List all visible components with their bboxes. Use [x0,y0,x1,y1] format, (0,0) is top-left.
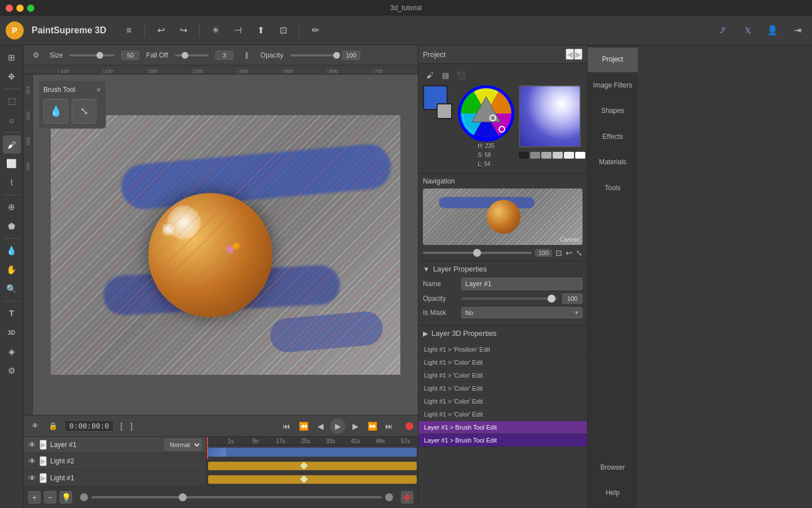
tab-browser[interactable]: Browser [588,456,638,480]
bracket-close[interactable]: ] [129,422,134,431]
history-item[interactable]: Light #1 > 'Color' Edit [418,356,587,369]
tool-fill[interactable]: ⬟ [3,217,21,235]
layer-opacity-slider[interactable] [461,297,558,300]
brush-panel-close-button[interactable]: × [96,85,101,94]
brush2-button[interactable]: ✏ [306,21,324,40]
twitter-button[interactable]: 𝕏 [739,21,757,40]
add-layer-button[interactable]: + [28,491,41,503]
color-swatch-lightgray[interactable] [541,152,551,159]
skip-end-button[interactable]: ⏭ [382,419,396,433]
track-row-light1[interactable] [207,473,418,487]
logout-button[interactable]: ⇥ [788,21,806,40]
tool-3d[interactable]: 3D [3,323,21,341]
layer-props-collapse[interactable]: ▼ [423,265,430,273]
size-slider[interactable] [69,54,114,56]
maximize-button[interactable] [27,5,34,12]
tool-select-rect[interactable]: ⬚ [3,92,21,110]
history-item[interactable]: Light #1 > 'Color' Edit [418,395,587,408]
tool-stamp[interactable]: ⊕ [3,198,21,216]
tool-grid[interactable]: ⊞ [3,49,21,67]
color-swatch-pure-white[interactable] [575,152,585,159]
tool-fx[interactable]: ⚙ [3,362,21,380]
tool-smudge[interactable]: ⌇ [3,174,21,192]
flip-button[interactable]: ⊣ [229,21,247,40]
opacity-slider[interactable] [290,54,336,56]
color-wheel[interactable] [458,85,514,142]
nav-zoom-slider[interactable] [423,252,532,254]
undo-button[interactable]: ↩ [152,21,170,40]
lock-button[interactable]: 🔒 [46,419,60,433]
time-display[interactable]: 0:00:00:0 [64,420,114,432]
tool-zoom[interactable]: 🔍 [3,280,21,298]
layer-visibility-eye[interactable]: 👁 [28,457,36,466]
color-pattern-icon[interactable]: ⬛ [454,68,468,82]
tab-project[interactable]: Project [588,47,638,72]
export-button[interactable]: ⬆ [251,21,270,40]
nav-undo-button[interactable]: ↩ [566,248,572,257]
brush-type-btn-1[interactable]: 💧 [43,99,68,124]
history-item-current[interactable]: Layer #1 > Brush Tool Edit [418,434,587,447]
next-frame-button[interactable]: ⏩ [365,419,379,433]
history-item-active[interactable]: Layer #1 > Brush Tool Edit [418,421,587,434]
canvas-image[interactable] [51,115,400,375]
color-paint-icon[interactable]: 🖌 [423,68,436,82]
secondary-color-swatch[interactable] [436,103,452,119]
tool-move[interactable]: ✥ [3,68,21,86]
play-button[interactable]: ▶ [330,418,346,434]
tool-3d-obj[interactable]: ◈ [3,343,21,361]
falloff-slider[interactable] [175,54,209,56]
layer-visibility-eye[interactable]: 👁 [28,474,36,483]
tab-materials[interactable]: Materials [588,150,638,175]
track-row-light2[interactable] [207,459,418,473]
navigation-preview[interactable]: Canvas [423,189,582,245]
tab-tools[interactable]: Tools [588,176,638,201]
color-swatch-white[interactable] [564,152,574,159]
color-swatch-black[interactable] [519,152,529,159]
color-gradient-picker[interactable] [519,85,581,147]
tool-erase[interactable]: ⬜ [3,155,21,173]
layer-blend-mode-select[interactable]: Normal [165,439,202,450]
color-gradient-icon[interactable]: ▤ [439,68,452,82]
bracket-open[interactable]: [ [118,422,124,431]
eye-toggle-button[interactable]: 👁 [28,419,42,433]
layer-expand-btn[interactable]: ▶ [39,456,47,466]
history-item[interactable]: Light #1 > 'Color' Edit [418,408,587,421]
layer-name-input[interactable] [461,278,582,290]
history-item[interactable]: Light #1 > 'Color' Edit [418,369,587,382]
brush-type-btn-2[interactable]: ⤡ [72,99,96,124]
layer-3d-expand[interactable]: ▶ [423,330,428,338]
color-swatch-silver[interactable] [553,152,563,159]
falloff-value[interactable]: 3 [215,51,233,60]
account-button[interactable]: 👤 [764,21,782,40]
tab-image-filters[interactable]: Image Filters [588,73,638,98]
keyframe-marker-button[interactable] [401,491,413,503]
menu-button[interactable]: ≡ [120,21,138,40]
window-controls[interactable] [6,5,34,12]
layer-expand-btn[interactable]: ▶ [39,440,47,450]
prev-step-button[interactable]: ◀ [313,419,328,433]
remove-layer-button[interactable]: − [44,491,56,503]
tool-text[interactable]: T [3,304,21,322]
tab-shapes[interactable]: Shapes [588,99,638,124]
layer-expand-btn[interactable]: ▶ [39,473,47,483]
tool-settings-button[interactable]: ⚙ [29,49,43,62]
prev-frame-button[interactable]: ⏪ [296,419,311,433]
tool-lasso[interactable]: ○ [3,111,21,129]
layer-mask-select[interactable]: No Yes [461,307,582,318]
track-row-layer1[interactable] [207,445,418,459]
opacity-value[interactable]: 100 [342,51,360,60]
facebook-button[interactable]: 𝓕 [714,21,732,40]
nav-reset-button[interactable]: ⊡ [555,248,562,257]
color-swatch-gray[interactable] [530,152,540,159]
add-light-button[interactable]: 💡 [60,491,72,503]
transform-button[interactable]: ✳ [206,21,224,40]
crop-button[interactable]: ⊡ [274,21,292,40]
next-step-button[interactable]: ▶ [348,419,363,433]
tab-help[interactable]: Help [588,481,638,506]
minimize-button[interactable] [16,5,24,12]
redo-button[interactable]: ↪ [174,21,192,40]
panel-collapse-button[interactable]: ◀ [566,49,574,60]
size-value[interactable]: 50 [121,51,139,60]
layer-visibility-eye[interactable]: 👁 [28,440,36,449]
close-button[interactable] [6,5,13,12]
